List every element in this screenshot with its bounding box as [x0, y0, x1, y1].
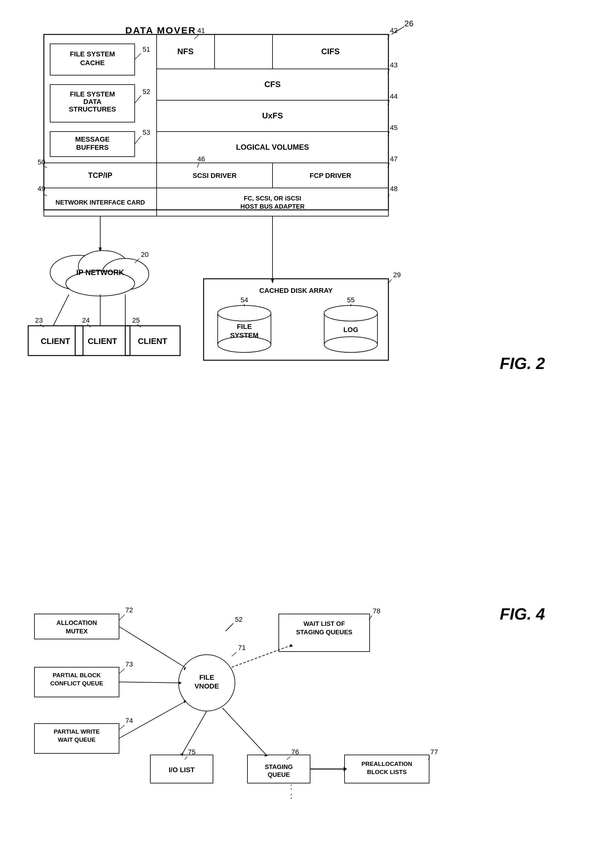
- svg-line-138: [182, 711, 207, 755]
- svg-text:UxFS: UxFS: [262, 111, 283, 120]
- svg-marker-162: [264, 754, 268, 756]
- svg-text:FC, SCSI, OR iSCSI: FC, SCSI, OR iSCSI: [244, 195, 301, 202]
- svg-line-144: [286, 756, 291, 760]
- svg-text:25: 25: [132, 316, 140, 324]
- svg-rect-59: [75, 326, 130, 356]
- svg-text:HOST BUS ADAPTER: HOST BUS ADAPTER: [241, 203, 305, 210]
- svg-rect-3: [50, 44, 135, 75]
- svg-text:52: 52: [143, 88, 150, 96]
- svg-line-9: [135, 96, 141, 103]
- svg-text:72: 72: [125, 606, 133, 614]
- svg-text:74: 74: [125, 717, 133, 725]
- svg-rect-140: [248, 755, 310, 783]
- svg-point-74: [324, 306, 378, 321]
- svg-text:51: 51: [143, 46, 150, 53]
- svg-rect-56: [28, 326, 83, 356]
- svg-rect-38: [156, 188, 388, 216]
- svg-text:44: 44: [390, 92, 397, 100]
- svg-text:NETWORK INTERFACE CARD: NETWORK INTERFACE CARD: [55, 199, 145, 206]
- svg-point-108: [179, 655, 235, 711]
- svg-text:SYSTEM: SYSTEM: [230, 331, 258, 339]
- svg-line-24: [388, 100, 389, 105]
- svg-rect-19: [156, 69, 388, 100]
- svg-line-64: [137, 324, 141, 327]
- svg-text:73: 73: [125, 660, 133, 668]
- svg-rect-113: [34, 614, 119, 639]
- svg-text:78: 78: [373, 607, 380, 615]
- svg-text:53: 53: [143, 128, 150, 136]
- svg-text:CONFLICT QUEUE: CONFLICT QUEUE: [50, 680, 103, 686]
- svg-marker-46: [271, 279, 274, 283]
- svg-text:CACHED DISK ARRAY: CACHED DISK ARRAY: [259, 286, 333, 294]
- svg-text:43: 43: [390, 61, 397, 69]
- svg-text:71: 71: [238, 644, 245, 651]
- svg-text:29: 29: [393, 271, 401, 279]
- svg-text:ALLOCATION: ALLOCATION: [56, 619, 97, 626]
- svg-rect-62: [125, 326, 180, 356]
- svg-line-0: [391, 27, 404, 34]
- svg-line-34: [388, 163, 389, 168]
- svg-text:STAGING: STAGING: [265, 763, 293, 770]
- svg-line-124: [119, 669, 125, 673]
- svg-line-42: [388, 194, 389, 197]
- svg-line-161: [222, 708, 266, 755]
- svg-point-48: [78, 251, 128, 282]
- svg-text:CLIENT: CLIENT: [41, 337, 70, 346]
- svg-rect-13: [273, 34, 388, 69]
- svg-text:STAGING QUEUES: STAGING QUEUES: [296, 629, 352, 636]
- svg-line-53: [53, 294, 69, 326]
- svg-point-75: [324, 337, 378, 353]
- svg-text:54: 54: [241, 296, 248, 304]
- svg-marker-160: [290, 644, 293, 647]
- svg-text:45: 45: [390, 124, 397, 131]
- svg-text:42: 42: [390, 27, 397, 34]
- svg-text:23: 23: [35, 316, 43, 324]
- svg-text:PARTIAL BLOCK: PARTIAL BLOCK: [53, 672, 101, 679]
- svg-rect-5: [50, 131, 135, 156]
- fig4-area: 52 FILE VNODE 71 ALLOCATION MUTEX 72 PAR…: [19, 589, 576, 858]
- svg-text:IP NETWORK: IP NETWORK: [77, 268, 125, 277]
- svg-line-117: [119, 615, 125, 620]
- svg-text:SCSI DRIVER: SCSI DRIVER: [193, 172, 237, 180]
- svg-text:41: 41: [197, 27, 205, 34]
- fig2-svg: 51 52 53 41 42 43: [19, 9, 576, 479]
- svg-line-21: [388, 69, 389, 74]
- svg-rect-1: [44, 34, 388, 210]
- svg-text:PARTIAL WRITE: PARTIAL WRITE: [53, 728, 100, 735]
- svg-marker-146: [344, 767, 347, 771]
- svg-rect-120: [34, 667, 119, 697]
- svg-text:CLIENT: CLIENT: [88, 337, 117, 346]
- svg-text:VNODE: VNODE: [195, 682, 219, 690]
- svg-line-159: [232, 645, 291, 667]
- svg-rect-30: [273, 163, 388, 188]
- svg-point-68: [218, 306, 271, 321]
- svg-point-49: [102, 258, 149, 290]
- svg-text:CIFS: CIFS: [321, 47, 340, 56]
- svg-rect-154: [279, 614, 370, 651]
- svg-line-27: [388, 131, 389, 136]
- svg-text:47: 47: [390, 155, 397, 163]
- svg-line-7: [135, 53, 141, 59]
- svg-text:FILE SYSTEM: FILE SYSTEM: [70, 90, 115, 98]
- svg-rect-28: [44, 163, 156, 188]
- svg-line-125: [119, 682, 180, 683]
- svg-rect-134: [151, 755, 213, 783]
- svg-text:NFS: NFS: [177, 47, 193, 56]
- svg-rect-4: [50, 84, 135, 122]
- fig2-label: FIG. 2: [500, 354, 545, 373]
- svg-text:BUFFERS: BUFFERS: [76, 143, 109, 151]
- svg-text:WAIT LIST OF: WAIT LIST OF: [304, 620, 345, 627]
- svg-marker-139: [180, 753, 183, 756]
- svg-line-32: [197, 163, 199, 168]
- svg-text:55: 55: [347, 296, 354, 304]
- svg-rect-65: [204, 279, 388, 360]
- svg-rect-25: [156, 131, 388, 163]
- svg-point-47: [50, 255, 106, 290]
- svg-text:I/O LIST: I/O LIST: [168, 766, 195, 774]
- svg-text:CACHE: CACHE: [80, 59, 105, 67]
- fig4-svg: 52 FILE VNODE 71 ALLOCATION MUTEX 72 PAR…: [19, 589, 576, 858]
- svg-text:46: 46: [197, 155, 205, 163]
- fig4-label: FIG. 4: [500, 605, 545, 623]
- svg-line-158: [369, 616, 372, 620]
- svg-line-67: [388, 279, 391, 283]
